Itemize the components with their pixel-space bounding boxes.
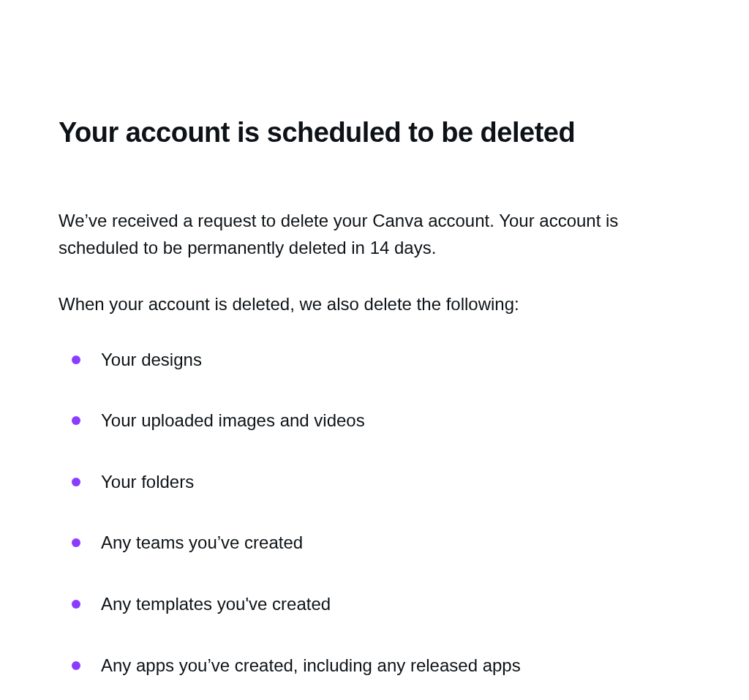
list-item-text: Your folders [101, 470, 194, 494]
list-item-text: Your designs [101, 347, 202, 372]
bullet-icon [72, 416, 80, 425]
list-item-text: Your uploaded images and videos [101, 408, 365, 433]
list-item: Any teams you’ve created [72, 530, 690, 555]
list-item: Your folders [72, 470, 690, 494]
list-item: Your designs [72, 347, 690, 372]
list-item-text: Any apps you’ve created, including any r… [101, 653, 521, 678]
intro-paragraph: We’ve received a request to delete your … [59, 207, 690, 261]
list-item-text: Any teams you’ve created [101, 530, 303, 555]
list-item: Any apps you’ve created, including any r… [72, 653, 690, 678]
list-item: Your uploaded images and videos [72, 408, 690, 433]
bullet-icon [72, 600, 80, 609]
list-item: Any templates you've created [72, 592, 690, 617]
page-title: Your account is scheduled to be deleted [59, 117, 690, 148]
bullet-icon [72, 355, 80, 364]
list-item-text: Any templates you've created [101, 592, 331, 617]
bullet-icon [72, 661, 80, 670]
deletion-list: Your designs Your uploaded images and vi… [59, 347, 690, 678]
bullet-icon [72, 538, 80, 547]
bullet-icon [72, 478, 80, 486]
list-intro-paragraph: When your account is deleted, we also de… [59, 290, 690, 317]
